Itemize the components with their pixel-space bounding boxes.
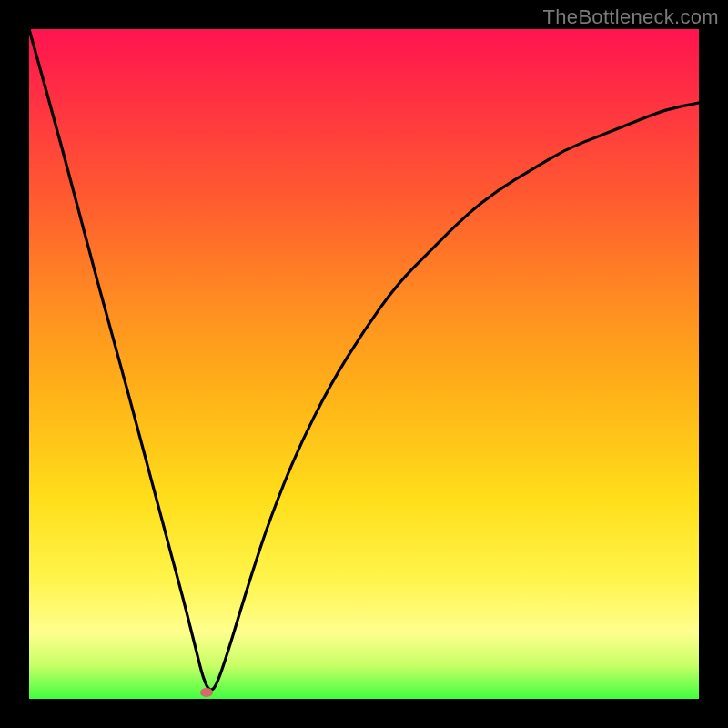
chart-frame: TheBottleneck.com: [0, 0, 728, 728]
plot-area: [29, 29, 699, 699]
minimum-marker: [200, 688, 213, 697]
bottleneck-curve: [29, 29, 699, 699]
curve-path: [29, 29, 699, 690]
watermark-text: TheBottleneck.com: [543, 5, 719, 29]
